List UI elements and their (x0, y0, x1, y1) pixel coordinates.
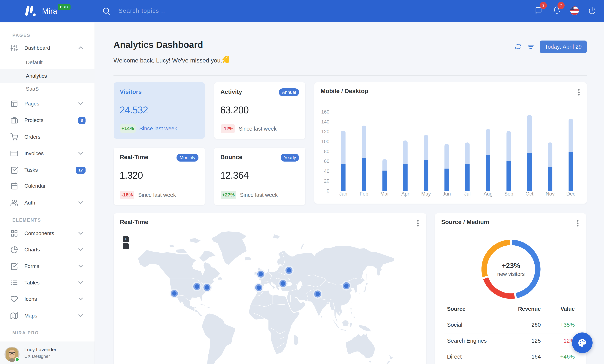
svg-text:100: 100 (321, 139, 329, 144)
svg-text:Apr: Apr (402, 191, 409, 197)
svg-text:May: May (421, 191, 431, 197)
svg-text:Jun: Jun (443, 191, 451, 197)
svg-text:20: 20 (324, 178, 329, 184)
svg-text:Feb: Feb (360, 191, 368, 197)
svg-text:40: 40 (324, 168, 329, 174)
svg-text:0: 0 (327, 188, 329, 194)
svg-text:80: 80 (324, 149, 329, 154)
svg-text:120: 120 (321, 129, 329, 134)
svg-text:Dec: Dec (566, 191, 575, 197)
svg-text:140: 140 (321, 119, 329, 125)
svg-text:Sep: Sep (504, 191, 513, 197)
svg-text:Jul: Jul (464, 191, 471, 197)
svg-text:Aug: Aug (484, 191, 492, 197)
svg-text:Jan: Jan (339, 191, 347, 197)
svg-text:Mar: Mar (380, 191, 389, 197)
svg-text:160: 160 (321, 109, 329, 115)
svg-text:60: 60 (324, 158, 329, 164)
svg-text:Nov: Nov (546, 191, 555, 197)
svg-text:Oct: Oct (526, 191, 534, 197)
